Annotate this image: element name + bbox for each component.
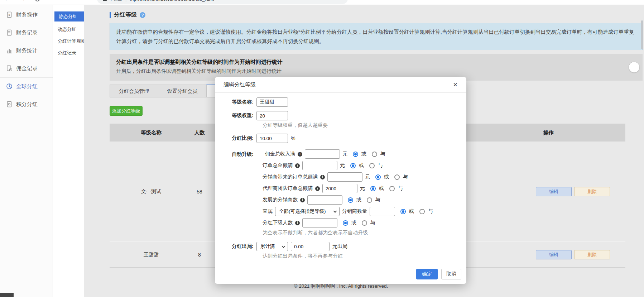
modal-header: 编辑分红等级 ✕ — [215, 77, 466, 93]
and-label: 与 — [398, 185, 403, 192]
distributor-count-input[interactable] — [370, 207, 395, 216]
reload-icon[interactable] — [35, 0, 40, 1]
and-radio[interactable] — [369, 163, 375, 168]
condition-label: 代理商团队订单总额满 — [263, 185, 313, 192]
submenu-item-bonus-records[interactable]: 分红记录 — [53, 47, 84, 59]
or-label: 或 — [359, 162, 364, 169]
bonus-out-amount-input[interactable] — [291, 242, 330, 251]
info-icon[interactable]: i — [298, 152, 302, 157]
unit-label: 元 — [342, 151, 347, 157]
edit-bonus-level-modal: 编辑分红等级 ✕ 等级名称: 等级权重: 分红等级权重，值越大越重要 分红比例:… — [215, 77, 466, 284]
scrollbar-thumb[interactable] — [641, 20, 643, 49]
or-radio[interactable] — [348, 197, 353, 203]
back-icon[interactable]: ← — [4, 0, 10, 3]
level-name-cell: 王甜甜 — [122, 252, 180, 258]
or-radio[interactable] — [350, 163, 356, 168]
address-bar[interactable]: 不安全 | mp.wxiwxienxiao.com/User/bonus_ran… — [97, 0, 348, 4]
confirm-button[interactable]: 确定 — [416, 269, 438, 279]
or-radio[interactable] — [353, 152, 358, 157]
pie-chart-icon — [6, 83, 13, 90]
submenu-item-dynamic-bonus[interactable]: 动态分红 — [53, 23, 84, 35]
svg-text:¥: ¥ — [8, 13, 10, 17]
direct-subordinate-row: 直属 全部(可选择指定等级) 分销商数量 或 与 — [263, 207, 433, 216]
forward-icon[interactable]: → — [20, 0, 26, 3]
sidebar: ¥ 财务操作 财务记录 财务统计 — [0, 5, 53, 297]
developed-distributors-input[interactable] — [307, 195, 342, 205]
unit-label: 元 — [340, 162, 345, 169]
unit-label: 元 — [365, 174, 370, 180]
submenu-item-static-bonus[interactable]: 静态分红 — [54, 11, 84, 21]
and-radio[interactable] — [389, 186, 395, 191]
tab-set-bonus-members[interactable]: 设置分红会员 — [158, 85, 207, 97]
and-radio[interactable] — [394, 174, 400, 180]
distributor-order-total-input[interactable] — [327, 172, 362, 182]
chevron-down-icon — [333, 209, 337, 213]
sidebar-item-commission-records[interactable]: 佣金记录 — [0, 59, 53, 77]
doc-yen-icon: ¥ — [6, 11, 13, 18]
condition-label: 发展的分销商数 — [263, 197, 298, 203]
upgrade-condition-row: 佣金总收入满 i 元 或 与 — [263, 149, 433, 159]
and-label: 与 — [370, 220, 375, 226]
doc-lines-icon — [6, 29, 13, 36]
close-icon[interactable]: ✕ — [453, 82, 458, 88]
level-weight-input[interactable] — [256, 111, 288, 120]
delete-button[interactable]: 删除 — [574, 250, 610, 259]
bonus-ratio-label: 分红比例: — [224, 135, 254, 142]
add-bonus-level-button[interactable]: 添加分红等级 — [110, 106, 143, 116]
edit-button[interactable]: 编辑 — [536, 250, 572, 259]
and-label: 与 — [380, 151, 385, 157]
doc-dot-icon — [6, 101, 13, 107]
submenu: 静态分红 动态分红 分红计算规则 分红记录 — [53, 5, 84, 297]
or-radio[interactable] — [370, 186, 376, 191]
direct-level-select[interactable]: 全部(可选择指定等级) — [275, 207, 340, 216]
cancel-button[interactable]: 取消 — [441, 269, 461, 279]
and-radio[interactable] — [362, 220, 367, 226]
upgrade-hint: 为空表示不做判断，六者都为空表示不自动升级 — [263, 230, 433, 236]
info-icon[interactable]: i — [295, 221, 300, 225]
submenu-item-bonus-calc-rules[interactable]: 分红计算规则 — [53, 35, 84, 47]
level-name-label: 等级名称: — [224, 99, 254, 105]
bar-chart-icon — [6, 47, 13, 54]
upgrade-condition-row: 分红下级人数 i 或 与 — [263, 218, 433, 227]
info-icon[interactable]: i — [320, 175, 325, 179]
help-icon[interactable]: ? — [140, 12, 145, 18]
info-icon[interactable]: i — [315, 186, 320, 191]
toggle-title: 分红出局条件是否以调整到相关分红等级的时间作为开始时间进行统计 — [116, 59, 636, 66]
or-label: 或 — [379, 185, 384, 192]
sidebar-item-finance-records[interactable]: 财务记录 — [0, 24, 53, 42]
edit-button[interactable]: 编辑 — [536, 187, 572, 196]
sidebar-item-global-bonus[interactable]: 全球分红 — [0, 77, 53, 95]
condition-label: 分红下级人数 — [263, 220, 293, 226]
sidebar-item-finance-stats[interactable]: 财务统计 — [0, 42, 53, 59]
info-icon[interactable]: i — [300, 198, 305, 202]
upgrade-condition-row: 发展的分销商数 i 或 与 — [263, 195, 433, 205]
toggle-section: 分红出局条件是否以调整到相关分红等级的时间作为开始时间进行统计 开启后，分红出局… — [110, 54, 643, 81]
level-name-input[interactable] — [256, 97, 288, 107]
bonus-subordinates-input[interactable] — [302, 218, 337, 227]
bonus-out-select[interactable]: 累计满 — [256, 242, 288, 251]
or-radio[interactable] — [375, 174, 381, 180]
toggle-switch[interactable] — [629, 62, 640, 73]
tab-bonus-member-management[interactable]: 分红会员管理 — [110, 85, 158, 97]
sidebar-item-finance-ops[interactable]: ¥ 财务操作 — [0, 6, 53, 24]
notice-banner: 此功能在微信中的合规性存在一定争议，建议谨慎使用。分红金额将按日营业额*分红比例… — [110, 23, 643, 50]
sidebar-item-points-bonus[interactable]: 积分分红 — [0, 95, 53, 113]
header-count: 人数 — [180, 129, 219, 136]
distributor-count-label: 分销商数量 — [342, 208, 367, 215]
and-radio[interactable] — [419, 209, 425, 214]
or-radio[interactable] — [400, 209, 406, 214]
modal-title: 编辑分红等级 — [224, 81, 256, 88]
and-radio[interactable] — [372, 152, 377, 157]
commission-total-input[interactable] — [305, 149, 340, 159]
or-radio[interactable] — [343, 220, 348, 226]
auto-upgrade-label: 自动升级: — [224, 149, 254, 159]
bonus-ratio-input[interactable] — [256, 134, 288, 143]
order-total-input[interactable] — [302, 161, 337, 170]
info-icon[interactable]: i — [295, 163, 300, 168]
and-radio[interactable] — [367, 197, 372, 203]
delete-button[interactable]: 删除 — [574, 187, 610, 196]
sidebar-item-label: 积分分红 — [16, 101, 38, 108]
agent-team-order-total-input[interactable] — [322, 184, 357, 193]
or-label: 或 — [384, 174, 389, 180]
or-label: 或 — [356, 197, 361, 203]
